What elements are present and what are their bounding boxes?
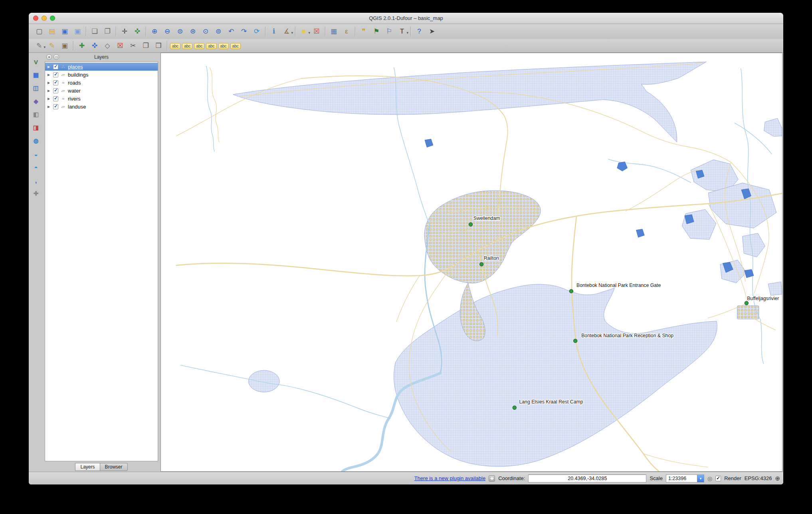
panel-float-button[interactable]: [53, 54, 59, 60]
zoom-actual-button[interactable]: ⊜: [174, 26, 186, 37]
crs-status-button[interactable]: [775, 475, 780, 482]
save-layer-edits-button[interactable]: ▣: [58, 40, 71, 51]
label-rotate-button[interactable]: abc: [218, 41, 229, 51]
zoom-full-button[interactable]: ⊛: [186, 26, 199, 37]
pan-to-selection-button[interactable]: ✜: [131, 26, 144, 37]
expand-arrow-icon[interactable]: [48, 97, 51, 101]
tab-layers[interactable]: Layers: [75, 463, 100, 471]
map-tips-icon: ❞: [362, 28, 365, 35]
magnifier-icon: [707, 475, 712, 482]
help-button[interactable]: ?: [413, 26, 426, 37]
layer-row-places[interactable]: ∴ places: [45, 63, 158, 71]
current-edits-button[interactable]: ✎: [33, 40, 46, 51]
place-marker: [480, 263, 483, 266]
expand-arrow-icon[interactable]: [48, 81, 51, 85]
coordinate-input[interactable]: [528, 474, 646, 482]
plugin-available-link[interactable]: There is a new plugin available: [414, 475, 486, 481]
add-wfs-layer-button[interactable]: ◓: [30, 162, 42, 172]
place-marker: [574, 339, 577, 343]
zoom-to-layer-button[interactable]: ⊚: [212, 26, 225, 37]
add-mssql-layer-button[interactable]: ◧: [30, 109, 42, 120]
save-project-as-button[interactable]: ▣: [71, 26, 84, 37]
expand-arrow-icon[interactable]: [48, 65, 51, 69]
labeling-button[interactable]: abc: [170, 41, 180, 51]
layer-checkbox[interactable]: [53, 80, 58, 85]
place-label: Railton: [484, 255, 499, 261]
scale-dropdown-button[interactable]: [697, 475, 704, 482]
delete-selected-button[interactable]: ☒: [114, 40, 127, 51]
attribute-table-button[interactable]: ▦: [327, 26, 340, 37]
add-spatialite-layer-button[interactable]: ◆: [30, 96, 42, 107]
panel-close-button[interactable]: [46, 54, 52, 60]
new-project-button[interactable]: ▢: [33, 26, 46, 37]
zoom-out-button[interactable]: ⊖: [161, 26, 174, 37]
label-move-button[interactable]: abc: [206, 41, 216, 51]
open-project-button[interactable]: ▤: [46, 26, 58, 37]
expand-arrow-icon[interactable]: [48, 73, 51, 77]
add-wms-layer-button[interactable]: ◍: [30, 136, 42, 146]
close-button[interactable]: [33, 16, 38, 21]
layer-checkbox[interactable]: [53, 104, 58, 109]
expand-arrow-icon[interactable]: [48, 89, 51, 93]
new-composer-button[interactable]: ❏: [88, 26, 101, 37]
zoom-to-selection-icon: ⊙: [203, 28, 208, 35]
move-feature-button[interactable]: ✜: [88, 40, 101, 51]
map-tips-button[interactable]: ❞: [357, 26, 370, 37]
layer-row-roads[interactable]: ≈ roads: [45, 79, 158, 87]
composer-manager-button[interactable]: ❐: [101, 26, 114, 37]
measure-button[interactable]: ∡: [280, 26, 293, 37]
copy-features-button[interactable]: ❐: [139, 40, 152, 51]
cut-features-button[interactable]: ✂: [127, 40, 139, 51]
toggle-editing-button[interactable]: ✎: [46, 40, 58, 51]
zoom-in-button[interactable]: ⊕: [148, 26, 161, 37]
layer-row-buildings[interactable]: ▱ buildings: [45, 71, 158, 79]
pan-map-button[interactable]: ✛: [118, 26, 131, 37]
new-bookmark-button[interactable]: ⚑: [370, 26, 383, 37]
layer-checkbox[interactable]: [53, 88, 58, 93]
whats-this-button[interactable]: ➤: [426, 26, 438, 37]
field-calculator-button[interactable]: ε: [340, 26, 353, 37]
deselect-features-button[interactable]: ☒: [310, 26, 323, 37]
expand-arrow-icon[interactable]: [48, 105, 51, 109]
add-delimited-text-layer-button[interactable]: ,: [30, 175, 42, 186]
add-vector-layer-button[interactable]: V: [30, 57, 42, 67]
select-features-button[interactable]: ■: [297, 26, 310, 37]
zoom-next-icon: ↷: [241, 28, 247, 35]
paste-features-button[interactable]: ❒: [152, 40, 165, 51]
add-feature-button[interactable]: ✚: [75, 40, 88, 51]
deselect-features-icon: ☒: [313, 28, 319, 35]
map-canvas[interactable]: Swellendam Railton Bontebok National Par…: [160, 53, 782, 472]
label-properties-button[interactable]: abc: [230, 41, 241, 51]
minimize-button[interactable]: [42, 16, 47, 21]
label-pin-button[interactable]: abc: [182, 41, 192, 51]
new-shapefile-layer-button[interactable]: ✚: [30, 188, 42, 199]
scale-combo[interactable]: 1:23396: [666, 474, 704, 482]
add-postgis-layer-button[interactable]: ◫: [30, 83, 42, 93]
layer-row-rivers[interactable]: ≈ rivers: [45, 95, 158, 103]
zoom-last-button[interactable]: ↶: [225, 26, 238, 37]
zoom-button[interactable]: [50, 16, 55, 21]
refresh-button[interactable]: ⟳: [250, 26, 263, 37]
titlebar[interactable]: QGIS 2.0.1-Dufour – basic_map: [29, 13, 783, 24]
render-checkbox[interactable]: [715, 476, 721, 481]
layer-checkbox[interactable]: [53, 72, 58, 77]
text-annotation-button[interactable]: T: [396, 26, 408, 37]
crs-label: EPSG:4326: [745, 475, 772, 481]
layer-row-water[interactable]: ▱ water: [45, 87, 158, 95]
tab-browser[interactable]: Browser: [100, 463, 128, 471]
add-oracle-layer-button[interactable]: ◨: [30, 123, 42, 133]
add-wcs-layer-button[interactable]: ◒: [30, 149, 42, 159]
layer-checkbox[interactable]: [53, 96, 58, 101]
label-show-hide-button[interactable]: abc: [194, 41, 204, 51]
show-bookmarks-icon: ⚐: [386, 28, 392, 35]
add-raster-layer-button[interactable]: ▦: [30, 70, 42, 80]
identify-button[interactable]: ℹ: [267, 26, 280, 37]
show-bookmarks-button[interactable]: ⚐: [383, 26, 396, 37]
layer-name: places: [68, 64, 83, 70]
zoom-to-selection-button[interactable]: ⊙: [199, 26, 212, 37]
layer-row-landuse[interactable]: ▱ landuse: [45, 103, 158, 111]
node-tool-button[interactable]: ◇: [101, 40, 114, 51]
layer-checkbox[interactable]: [53, 64, 58, 69]
save-project-button[interactable]: ▣: [58, 26, 71, 37]
zoom-next-button[interactable]: ↷: [238, 26, 250, 37]
